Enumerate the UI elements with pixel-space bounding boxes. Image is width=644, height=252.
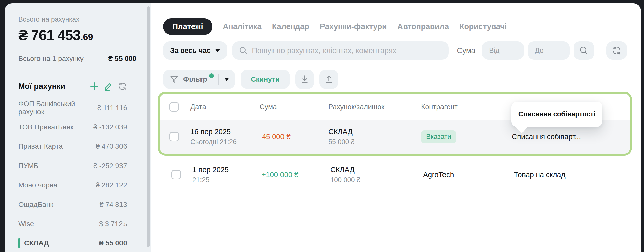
payment-time: Сьогодні 21:26 [190, 138, 260, 146]
search-box [232, 41, 449, 60]
filter-button[interactable]: Фільтр [163, 70, 235, 89]
header-counterparty: Контрагент [421, 103, 512, 111]
account-balance-main: ₴ 282 122 [96, 181, 127, 189]
single-account-total-row: Всього на 1 рахунку ₴ 55 000 [18, 55, 151, 63]
payment-amount: -45 000 ₴ [260, 133, 291, 141]
account-balance: ₴ -132 039 [93, 123, 127, 131]
payment-account: СКЛАД [328, 128, 421, 136]
single-account-total-value: ₴ 55 000 [108, 55, 136, 63]
account-balance-main: ₴ 470 306 [96, 142, 127, 150]
account-name: ОщадБанк [18, 200, 53, 209]
total-balance-main: ₴ 761 453 [18, 27, 80, 43]
period-select-button[interactable]: За весь час [163, 41, 227, 60]
app-window: Всього на рахунках ₴ 761 453.69 Всього н… [0, 0, 644, 252]
sidebar-account-row[interactable]: Моно чорна ₴ 282 122 [18, 175, 151, 195]
sidebar-account-row[interactable]: ОщадБанк ₴ 74 813 [18, 195, 151, 214]
sum-filter-label: Сума [457, 46, 475, 55]
funnel-icon [169, 74, 179, 84]
payment-account-balance: 55 000 ₴ [328, 138, 421, 146]
select-all-checkbox[interactable] [169, 102, 179, 112]
account-balance: ₴ -252 937 [93, 162, 127, 170]
export-button[interactable] [319, 70, 338, 89]
account-balance-main: ₴ 55 000 [99, 239, 127, 247]
payment-account: СКЛАД [330, 166, 423, 174]
sidebar-divider [18, 70, 136, 70]
payment-amount: +100 000 ₴ [262, 171, 298, 179]
payment-account-balance: 100 000 ₴ [330, 176, 423, 184]
search-input[interactable] [252, 46, 442, 55]
sidebar-account-row[interactable]: Приват Карта ₴ 470 306 [18, 137, 151, 156]
tab-autorules[interactable]: Автоправила [397, 18, 449, 35]
chevron-down-icon [215, 49, 220, 52]
row-checkbox[interactable] [171, 170, 181, 179]
accounts-list: ФОП Банківський рахунок ₴ 111 116 ТОВ Пр… [18, 98, 151, 252]
account-balance-main: ₴ 111 116 [97, 104, 127, 112]
refresh-icon [118, 82, 127, 91]
tab-calendar[interactable]: Календар [272, 18, 309, 35]
period-select-label: За весь час [170, 46, 211, 55]
tab-payments[interactable]: Платежі [163, 18, 212, 35]
sum-to-input[interactable] [528, 41, 570, 60]
search-icon [579, 45, 589, 56]
account-name: Моно чорна [18, 181, 57, 189]
payment-comment: Списання собіварт... [512, 133, 581, 141]
sidebar-account-row[interactable]: ФОП Банківський рахунок ₴ 111 116 [18, 98, 151, 117]
account-name: ПУМБ [18, 162, 38, 170]
search-icon [239, 46, 248, 55]
sidebar-account-row[interactable]: Wise $ 3 712.5 [18, 214, 151, 233]
filter-button-label: Фільтр [183, 75, 207, 83]
main-panel: Платежі Аналітика Календар Рахунки-факту… [151, 3, 641, 252]
edit-accounts-button[interactable] [101, 81, 115, 91]
account-balance-main: ₴ 74 813 [100, 200, 127, 208]
account-balance: ₴ 470 306 [96, 142, 127, 150]
import-button[interactable] [295, 70, 314, 89]
table-row[interactable]: 1 вер 2025 21:25 +100 000 ₴ СКЛАД 100 00… [160, 157, 630, 192]
sidebar-scrollbar[interactable] [147, 6, 150, 247]
tab-invoices[interactable]: Рахунки-фактури [320, 18, 387, 35]
payment-date: 16 вер 2025 [190, 128, 260, 136]
upload-icon [324, 74, 334, 85]
plus-icon [89, 81, 100, 92]
header-amount: Сума [260, 103, 328, 111]
payment-date: 1 вер 2025 [192, 166, 262, 174]
account-balance-main: $ 3 712 [99, 220, 123, 228]
pencil-icon [103, 81, 113, 91]
comment-tooltip: Списання собівартості [511, 102, 602, 127]
row-checkbox[interactable] [169, 132, 179, 141]
apply-search-button[interactable] [574, 41, 594, 60]
account-balance-main: ₴ -132 039 [93, 123, 127, 131]
reset-filters-button[interactable]: Скинути [241, 70, 290, 89]
my-accounts-title: Мої рахунки [18, 82, 87, 91]
header-account: Рахунок/залишок [328, 103, 421, 111]
comment-tooltip-text: Списання собівартості [518, 110, 595, 118]
chevron-down-icon[interactable] [224, 78, 229, 81]
sum-from-input[interactable] [482, 41, 524, 60]
download-icon [299, 74, 310, 85]
account-name: ФОП Банківський рахунок [18, 100, 97, 116]
account-name: Приват Карта [18, 142, 63, 150]
total-balance-value: ₴ 761 453.69 [18, 27, 151, 43]
payment-counterparty: AgroTech [423, 171, 454, 179]
tab-analytics[interactable]: Аналітика [223, 18, 262, 35]
tab-users[interactable]: Користувачі [460, 18, 507, 35]
payment-time: 21:25 [192, 176, 262, 184]
total-balance-fraction: .69 [80, 32, 93, 42]
sidebar-account-row[interactable]: ТОВ ПриватБанк ₴ -132 039 [18, 117, 151, 137]
add-account-button[interactable] [87, 81, 101, 92]
refresh-list-button[interactable] [606, 41, 627, 60]
account-balance: ₴ 282 122 [96, 181, 127, 189]
account-balance: ₴ 55 000 [99, 239, 127, 247]
main-tabs: Платежі Аналітика Календар Рахунки-факту… [163, 3, 627, 35]
account-name: Wise [18, 220, 34, 228]
refresh-accounts-button[interactable] [115, 82, 130, 91]
specify-counterparty-badge[interactable]: Вказати [421, 130, 456, 143]
filter-active-dot-icon [209, 73, 214, 78]
account-balance-fraction: .5 [123, 221, 127, 227]
account-name: ТОВ ПриватБанк [18, 123, 73, 131]
total-balance-label: Всього на рахунках [18, 16, 151, 23]
accounts-sidebar: Всього на рахунках ₴ 761 453.69 Всього н… [5, 3, 151, 252]
sidebar-account-row[interactable]: ПУМБ ₴ -252 937 [18, 156, 151, 175]
filter-divider [218, 74, 219, 85]
sidebar-account-row-selected[interactable]: СКЛАД ₴ 55 000 [18, 233, 151, 252]
account-balance: $ 3 712.5 [99, 220, 127, 228]
